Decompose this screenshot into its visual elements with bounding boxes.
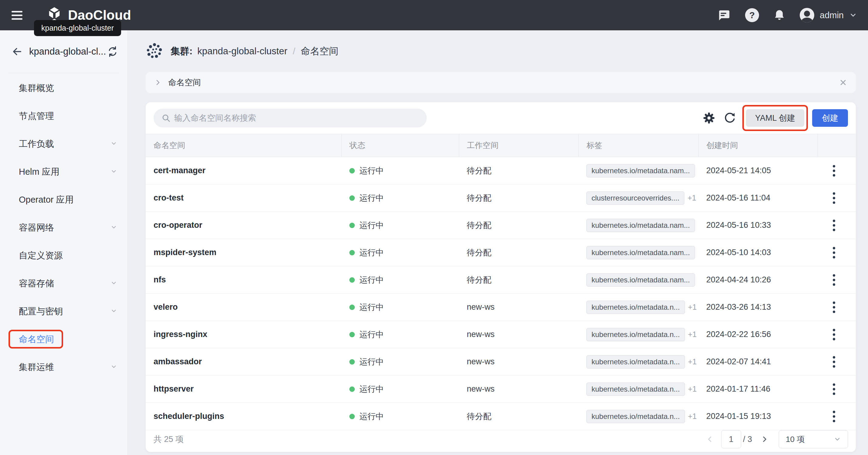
kebab-menu-icon[interactable] bbox=[833, 383, 835, 395]
sidebar-cluster-title: kpanda-global-cl... bbox=[29, 46, 107, 57]
sidebar-item-配置与密钥[interactable]: 配置与密钥 bbox=[0, 298, 127, 325]
namespace-name[interactable]: cro-test bbox=[154, 193, 184, 202]
yaml-create-button[interactable]: YAML 创建 bbox=[746, 109, 804, 127]
sidebar-item-容器存储[interactable]: 容器存储 bbox=[0, 270, 127, 298]
chat-icon[interactable] bbox=[717, 8, 731, 22]
table-row: cro-operator运行中待分配kubernetes.io/metadata… bbox=[146, 212, 856, 239]
namespace-name[interactable]: cro-operator bbox=[154, 221, 203, 230]
column-header bbox=[817, 134, 856, 157]
sidebar-item-命名空间[interactable]: 命名空间 bbox=[0, 325, 127, 353]
created-time-cell: 2024-02-07 14:41 bbox=[699, 348, 817, 376]
workspace-cell: 待分配 bbox=[459, 157, 579, 185]
help-icon[interactable]: ? bbox=[745, 8, 759, 22]
table-row: nfs运行中待分配kubernetes.io/metadata.nam...20… bbox=[146, 266, 856, 294]
table-row: velero运行中new-wskubernetes.io/metadata.n.… bbox=[146, 294, 856, 321]
sidebar-item-label: 自定义资源 bbox=[19, 250, 63, 262]
label-chip[interactable]: clusterresourceoverrides.... bbox=[586, 191, 684, 205]
breadcrumb-separator: / bbox=[293, 46, 295, 57]
pagination: / 3 10 项 bbox=[706, 430, 848, 448]
sidebar-item-label: 配置与密钥 bbox=[19, 305, 63, 318]
chevron-down-icon bbox=[111, 224, 117, 232]
label-extra-count[interactable]: +1 bbox=[688, 303, 697, 311]
switch-cluster-icon[interactable] bbox=[107, 46, 118, 57]
status-badge: 运行中 bbox=[349, 329, 459, 340]
column-header: 工作空间 bbox=[459, 134, 579, 157]
kebab-menu-icon[interactable] bbox=[833, 411, 835, 422]
notifications-bell-icon[interactable] bbox=[773, 8, 786, 22]
close-icon[interactable] bbox=[839, 78, 847, 87]
section-tab-bar[interactable]: 命名空间 bbox=[146, 72, 856, 93]
kebab-menu-icon[interactable] bbox=[833, 301, 835, 313]
next-page-icon[interactable] bbox=[761, 435, 769, 443]
label-chip[interactable]: kubernetes.io/metadata.nam... bbox=[586, 164, 695, 177]
namespace-name[interactable]: httpserver bbox=[154, 384, 194, 393]
created-time-cell: 2024-03-26 14:13 bbox=[699, 294, 817, 321]
kebab-menu-icon[interactable] bbox=[833, 356, 835, 368]
refresh-icon[interactable] bbox=[723, 111, 736, 124]
sidebar-item-集群运维[interactable]: 集群运维 bbox=[0, 353, 127, 381]
kebab-menu-icon[interactable] bbox=[833, 274, 835, 286]
breadcrumb-cluster-name[interactable]: kpanda-global-cluster bbox=[197, 46, 287, 57]
sidebar-item-工作负载[interactable]: 工作负载 bbox=[0, 130, 127, 158]
cluster-label: 集群: bbox=[170, 45, 192, 58]
label-extra-count[interactable]: +1 bbox=[688, 330, 697, 338]
total-count: 共 25 项 bbox=[154, 434, 184, 445]
status-dot bbox=[349, 332, 355, 337]
label-chip[interactable]: kubernetes.io/metadata.n... bbox=[586, 383, 685, 396]
page-number-input[interactable] bbox=[721, 430, 741, 448]
search-input[interactable] bbox=[154, 108, 427, 127]
sidebar-item-label: 命名空间 bbox=[19, 333, 54, 346]
namespace-name[interactable]: mspider-system bbox=[154, 248, 216, 257]
label-extra-count[interactable]: +1 bbox=[688, 412, 697, 420]
created-time-cell: 2024-05-16 11:04 bbox=[699, 185, 817, 212]
cluster-icon bbox=[146, 42, 163, 60]
label-extra-count[interactable]: +1 bbox=[688, 385, 697, 393]
kebab-menu-icon[interactable] bbox=[833, 165, 835, 176]
sidebar-item-Helm 应用[interactable]: Helm 应用 bbox=[0, 158, 127, 186]
status-text: 运行中 bbox=[359, 329, 384, 340]
label-chip[interactable]: kubernetes.io/metadata.n... bbox=[586, 301, 685, 314]
namespace-name[interactable]: ambassador bbox=[154, 357, 202, 366]
page-header: 集群: kpanda-global-cluster / 命名空间 bbox=[146, 30, 856, 72]
status-badge: 运行中 bbox=[349, 220, 459, 231]
label-extra-count[interactable]: +1 bbox=[688, 357, 697, 366]
kebab-menu-icon[interactable] bbox=[833, 329, 835, 340]
workspace-cell: new-ws bbox=[459, 376, 579, 403]
hamburger-menu-icon[interactable] bbox=[11, 11, 23, 20]
sidebar-item-节点管理[interactable]: 节点管理 bbox=[0, 102, 127, 130]
namespace-name[interactable]: scheduler-plugins bbox=[154, 412, 224, 421]
created-time-cell: 2024-05-10 14:03 bbox=[699, 239, 817, 266]
sidebar-item-容器网络[interactable]: 容器网络 bbox=[0, 214, 127, 242]
label-chip[interactable]: kubernetes.io/metadata.nam... bbox=[586, 246, 695, 259]
sidebar-item-自定义资源[interactable]: 自定义资源 bbox=[0, 242, 127, 270]
status-badge: 运行中 bbox=[349, 247, 459, 258]
label-chip[interactable]: kubernetes.io/metadata.nam... bbox=[586, 219, 695, 232]
label-extra-count[interactable]: +1 bbox=[687, 194, 696, 202]
back-arrow-icon[interactable] bbox=[11, 46, 23, 57]
namespace-name[interactable]: velero bbox=[154, 302, 178, 312]
user-menu[interactable]: admin bbox=[800, 8, 857, 23]
namespace-name[interactable]: ingress-nginx bbox=[154, 330, 207, 339]
label-chip[interactable]: kubernetes.io/metadata.nam... bbox=[586, 273, 695, 287]
sidebar-item-集群概览[interactable]: 集群概览 bbox=[0, 74, 127, 102]
chevron-down-icon bbox=[849, 11, 857, 19]
label-chip[interactable]: kubernetes.io/metadata.n... bbox=[586, 410, 685, 423]
namespace-name[interactable]: nfs bbox=[154, 275, 166, 284]
label-chip[interactable]: kubernetes.io/metadata.n... bbox=[586, 355, 685, 368]
kebab-menu-icon[interactable] bbox=[833, 192, 835, 204]
prev-page-icon[interactable] bbox=[706, 435, 714, 443]
settings-gear-icon[interactable] bbox=[703, 112, 715, 124]
sidebar-item-Operator 应用[interactable]: Operator 应用 bbox=[0, 186, 127, 214]
breadcrumb-section: 命名空间 bbox=[301, 45, 338, 58]
chevron-right-icon[interactable] bbox=[154, 79, 161, 86]
workspace-cell: new-ws bbox=[459, 294, 579, 321]
label-chip[interactable]: kubernetes.io/metadata.n... bbox=[586, 328, 685, 341]
status-text: 运行中 bbox=[359, 356, 384, 367]
page-size-select[interactable]: 10 项 bbox=[779, 430, 848, 448]
namespace-name[interactable]: cert-manager bbox=[154, 166, 206, 175]
kebab-menu-icon[interactable] bbox=[833, 220, 835, 231]
page-total: / 3 bbox=[743, 435, 752, 444]
create-button[interactable]: 创建 bbox=[812, 109, 848, 127]
kebab-menu-icon[interactable] bbox=[833, 247, 835, 258]
toolbar: YAML 创建 创建 bbox=[146, 102, 856, 134]
